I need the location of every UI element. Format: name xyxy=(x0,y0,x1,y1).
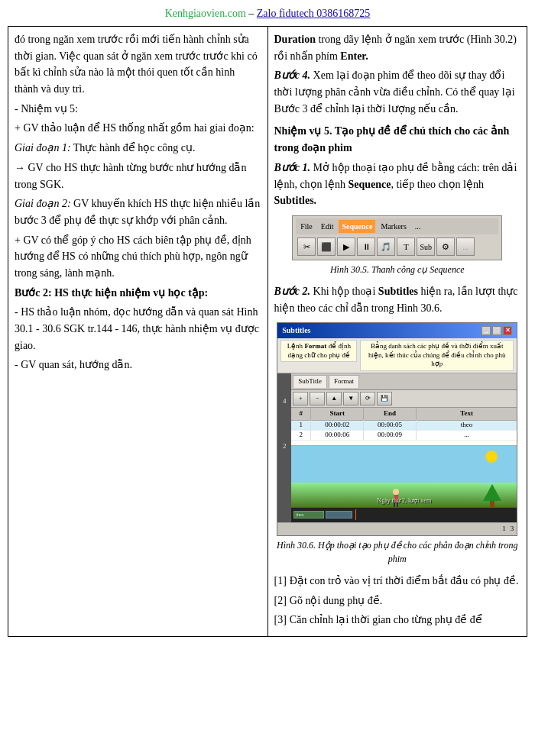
list-item-3: [3] Căn chỉnh lại thời gian cho từng phụ… xyxy=(274,612,521,628)
num2: [2] xyxy=(274,593,287,609)
dialog-body: 4 2 SubTitle Format + xyxy=(277,373,517,522)
seq-menubar: File Edit Sequence Markers ... xyxy=(296,218,498,235)
phase1-label: Giai đoạn 1: xyxy=(15,142,71,153)
icon1: ✂ xyxy=(297,237,316,256)
main-content-table: đó trong ngăn xem trước rồi mới tiến hàn… xyxy=(8,26,527,637)
left-column: đó trong ngăn xem trước rồi mới tiến hàn… xyxy=(8,27,268,637)
num3: [3] xyxy=(274,612,287,628)
step4-text: Xem lại đoạn phim để theo dõi sự thay đổ… xyxy=(274,69,515,114)
step2-para: Bước 2. Khi hộp thoại Subtitles hiện ra,… xyxy=(274,283,521,316)
phase2-label: Giai đoạn 2: xyxy=(15,198,71,209)
arrow-text: → GV cho HS thực hành từng bước như hướn… xyxy=(15,160,261,192)
sun xyxy=(485,451,498,463)
right-column: Duration trong dãy lệnh ở ngăn xem trước… xyxy=(268,27,527,637)
phase1: Giai đoạn 1: Thực hành để học công cụ. xyxy=(15,140,261,157)
menu-markers: Markers xyxy=(378,220,409,234)
list2-text: Gõ nội dung phụ đề. xyxy=(290,593,383,609)
dialog-title-text: Subtitles xyxy=(282,325,310,337)
annotation-row: Lệnh Format để định dạng chữ cho phụ đề … xyxy=(277,338,517,373)
tree-trunk xyxy=(490,501,494,507)
icon5: 🎵 xyxy=(377,237,395,256)
video-preview-area: Ngày thứ 2, lượt xem theo xyxy=(291,446,517,522)
task5-label: - Nhiệm vụ 5: xyxy=(15,101,261,118)
right-annotation-static: Bảng danh sách các phụ đề và thời điểm x… xyxy=(368,342,505,367)
maximize-btn[interactable]: □ xyxy=(492,326,501,335)
list-header: # Start End Text xyxy=(291,408,517,421)
marker-3: 3 xyxy=(511,524,514,535)
figure-306-container: Subtitles _ □ ✕ Lệnh Format để định dạng… xyxy=(274,322,521,567)
tree-group xyxy=(483,484,501,507)
step2-p2: - GV quan sát, hướng dẫn. xyxy=(15,357,261,373)
subtitles-bold: Subtitles. xyxy=(274,195,317,206)
step4-para: Bước 4. Xem lại đoạn phim để theo dõi sự… xyxy=(274,67,521,117)
page-header: Kenhgiaovien.com – Zalo fidutech 0386168… xyxy=(0,0,535,26)
phase1-text: Thực hành để học công cụ. xyxy=(71,142,196,153)
left-para1: đó trong ngăn xem trước rồi mới tiến hàn… xyxy=(15,31,261,98)
timeline-bar: theo xyxy=(291,507,517,522)
menu-sequence: Sequence xyxy=(339,220,375,234)
tl-block2 xyxy=(326,511,352,519)
dialog-top-bar: SubTitle Format xyxy=(291,373,517,390)
row1-text: theo xyxy=(417,420,517,431)
minimize-btn[interactable]: _ xyxy=(481,326,491,335)
dialog-toolbar: + − ▲ ▼ ⟳ 💾 xyxy=(291,390,517,408)
icon9: ... xyxy=(456,237,475,256)
figure-305-container: File Edit Sequence Markers ... ✂ ⬛ ▶ ⏸ 🎵… xyxy=(274,215,521,277)
step1-label: Bước 1. xyxy=(274,162,311,173)
step1-cont: , tiếp theo chọn lệnh xyxy=(391,179,485,190)
sub-btn4[interactable]: ▼ xyxy=(343,392,358,405)
phase2: Giai đoạn 2: GV khuyến khích HS thực hiệ… xyxy=(15,195,261,228)
step2b-label: Bước 2. xyxy=(274,286,311,297)
sub-btn1[interactable]: + xyxy=(293,392,308,405)
left-number-panel: 4 2 xyxy=(277,373,291,522)
tip-text: + GV có thể góp ý cho HS cách biên tập p… xyxy=(15,232,261,282)
seq-toolbar-simulation: File Edit Sequence Markers ... ✂ ⬛ ▶ ⏸ 🎵… xyxy=(292,215,502,261)
list1-text: Đặt con trỏ vào vị trí thời điểm bắt đầu… xyxy=(290,573,519,590)
sub-btn2[interactable]: − xyxy=(310,392,325,405)
num1: [1] xyxy=(274,573,287,590)
list3-text: Căn chỉnh lại thời gian cho từng phụ đề … xyxy=(290,612,482,628)
subtitle-list: # Start End Text 1 00:00:02 00:00:05 the xyxy=(291,408,517,446)
step2-p1: - HS thảo luận nhóm, đọc hướng dẫn và qu… xyxy=(15,304,261,354)
video-subtitle-text: Ngày thứ 2, lượt xem xyxy=(377,496,431,506)
sub-btn3[interactable]: ▲ xyxy=(326,392,342,405)
sequence-bold: Sequence xyxy=(349,179,391,190)
icon4: ⏸ xyxy=(357,237,375,256)
person-head xyxy=(393,489,399,495)
zalo-link[interactable]: Zalo fidutech 0386168725 xyxy=(257,8,371,19)
marker-number-row: 1 3 xyxy=(277,522,517,535)
dialog-titlebar: Subtitles _ □ ✕ xyxy=(277,323,517,338)
task5-title: Nhiệm vụ 5. Tạo phụ đề để chú thích cho … xyxy=(274,123,521,156)
site-name: Kenhgiaovien.com xyxy=(165,8,246,19)
menu-edit: Edit xyxy=(318,220,337,234)
left-annotation-static: Lệnh Format để định dạng chữ cho phụ đề xyxy=(287,342,351,359)
tl-cursor xyxy=(355,509,356,520)
step2b-text: Khi hộp thoại xyxy=(310,286,378,297)
numbered-instructions: [1] Đặt con trỏ vào vị trí thời điểm bắt… xyxy=(274,573,521,628)
icon6: T xyxy=(397,237,415,256)
duration-bold: Duration xyxy=(274,34,316,45)
list-row2: 2 00:00:06 00:00:09 ... xyxy=(291,431,517,441)
step4-label: Bước 4. xyxy=(274,69,311,81)
list-item-2: [2] Gõ nội dung phụ đề. xyxy=(274,593,521,609)
marker-1: 1 xyxy=(502,524,506,535)
left-annotation: Lệnh Format để định dạng chữ cho phụ đề xyxy=(280,340,357,362)
icon7: Sub xyxy=(417,237,435,256)
close-btn[interactable]: ✕ xyxy=(503,326,512,335)
fig306-caption: Hình 30.6. Hộp thoại tạo phụ đề cho các … xyxy=(274,538,521,567)
icon3: ▶ xyxy=(337,237,355,256)
sub-btn6[interactable]: 💾 xyxy=(377,392,392,405)
format-tab[interactable]: Format xyxy=(329,375,359,388)
separator: – xyxy=(246,8,257,19)
right-annotation: Bảng danh sách các phụ đề và thời điểm x… xyxy=(360,340,514,371)
icon2: ⬛ xyxy=(317,237,336,256)
task5-gv: + GV thảo luận để HS thống nhất gồm hai … xyxy=(15,120,261,137)
marker1: 4 xyxy=(283,396,287,407)
step2-title: Bước 2: HS thực hiện nhiệm vụ học tập: xyxy=(15,285,261,302)
subtitle-tab[interactable]: SubTitle xyxy=(293,375,327,388)
menu-file: File xyxy=(297,220,316,234)
scene-bg: Ngày thứ 2, lượt xem xyxy=(291,446,517,507)
subtitle-dialog-wrap: Subtitles _ □ ✕ Lệnh Format để định dạng… xyxy=(277,322,517,536)
sub-btn5[interactable]: ⟳ xyxy=(360,392,375,405)
seq-icons-row: ✂ ⬛ ▶ ⏸ 🎵 T Sub ⚙ ... xyxy=(296,236,498,257)
